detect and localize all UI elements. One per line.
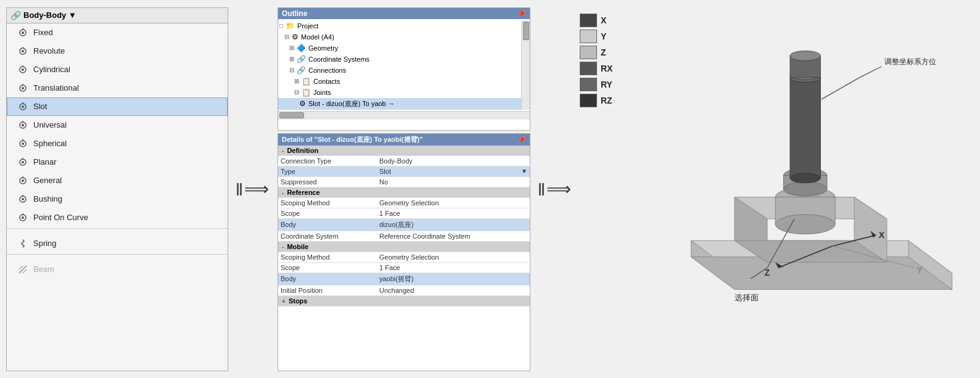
- joint-label: Fixed: [33, 28, 53, 37]
- joint-label: Spherical: [33, 139, 67, 148]
- details-body: - DefinitionConnection TypeBody-BodyType…: [278, 146, 530, 306]
- outline-scrollbar[interactable]: [521, 20, 530, 110]
- detail-value: 1 Face: [377, 262, 530, 273]
- tree-item-label: Connections: [308, 67, 346, 74]
- joint-item-spherical[interactable]: Spherical: [7, 134, 228, 153]
- expand-icon[interactable]: ⊟: [294, 89, 299, 96]
- joint-item-fixed[interactable]: Fixed: [7, 23, 228, 42]
- arrow2-container: ⟹: [537, 179, 574, 199]
- detail-label: Body: [278, 218, 377, 231]
- joint-label: Point On Curve: [33, 213, 88, 222]
- details-row: Scoping MethodGeometry Selection: [278, 252, 530, 262]
- joint-item-slot[interactable]: Slot: [7, 97, 228, 116]
- legend-item-rz: RZ: [580, 94, 641, 107]
- body-body-icon: 🔗: [10, 10, 21, 20]
- section-header-reference[interactable]: - Reference: [278, 187, 530, 197]
- joint-item-general[interactable]: General: [7, 171, 228, 190]
- details-row: Coordinate SystemReference Coordinate Sy…: [278, 231, 530, 241]
- detail-value: Unchanged: [377, 285, 530, 295]
- joint-item-planar[interactable]: Planar: [7, 153, 228, 171]
- legend-color-box: [580, 78, 597, 91]
- scroll-thumb[interactable]: [523, 22, 529, 40]
- expand-icon[interactable]: ⊟: [284, 33, 289, 40]
- legend-item-z: Z: [580, 46, 641, 59]
- dropdown-value: Slot: [379, 168, 391, 175]
- tree-item-label: Joints: [313, 89, 331, 96]
- detail-label: Scoping Method: [278, 197, 377, 208]
- right-panel: XYZRXRYRZ: [580, 7, 974, 371]
- collapse-icon[interactable]: -: [282, 189, 284, 196]
- outline-label: Outline: [282, 9, 307, 18]
- select-text: 选择面: [735, 293, 759, 302]
- tree-item-icon: 📋: [302, 77, 311, 86]
- svg-point-55: [790, 51, 820, 60]
- expand-icon[interactable]: ⊞: [289, 55, 294, 62]
- panel-title: Body-Body ▼: [23, 10, 76, 20]
- horiz-scroll-thumb[interactable]: [279, 112, 304, 118]
- expand-icon[interactable]: ⊞: [289, 44, 294, 51]
- outline-panel: Outline 📌 □📁Project⊟⚙Model (A4)⊞🔷Geometr…: [278, 7, 530, 131]
- section-header-definition[interactable]: - Definition: [278, 146, 530, 156]
- section-header-stops[interactable]: + Stops: [278, 295, 530, 306]
- joint-label: Slot: [33, 102, 47, 111]
- detail-label: Initial Position: [278, 285, 377, 295]
- detail-value[interactable]: Slot▼: [377, 166, 530, 176]
- outline-item-1[interactable]: ⊟⚙Model (A4): [278, 31, 521, 43]
- outline-item-0[interactable]: □📁Project: [278, 20, 521, 31]
- collapse-icon[interactable]: -: [282, 244, 284, 250]
- detail-value: dizuo(底座): [377, 218, 530, 231]
- outline-item-4[interactable]: ⊟🔗Connections: [278, 65, 521, 76]
- section-header-mobile[interactable]: - Mobile: [278, 241, 530, 252]
- outline-bottom-scroll[interactable]: [278, 111, 530, 120]
- arrow-symbol-1: ⟹: [244, 179, 269, 199]
- details-row: Scoping MethodGeometry Selection: [278, 197, 530, 208]
- joint-item-universal[interactable]: Universal: [7, 116, 228, 134]
- tree-item-label: Geometry: [308, 44, 338, 52]
- expand-icon[interactable]: ⊟: [289, 67, 294, 73]
- joint-item-revolute[interactable]: Revolute: [7, 42, 228, 60]
- details-row: Bodydizuo(底座): [278, 218, 530, 231]
- expand-icon[interactable]: +: [282, 298, 286, 305]
- detail-value: Geometry Selection: [377, 252, 530, 262]
- details-title: Details of "Slot - dizuo(底座) To yaobi(摇臂…: [278, 134, 530, 146]
- joint-item-bushing[interactable]: Bushing: [7, 190, 228, 208]
- dropdown-arrow-icon[interactable]: ▼: [521, 168, 527, 175]
- joint-label: Planar: [33, 157, 57, 166]
- detail-label: Scope: [278, 208, 377, 218]
- expand-icon[interactable]: □: [279, 22, 283, 29]
- detail-label: Scoping Method: [278, 252, 377, 262]
- legend-item-x: X: [580, 14, 641, 27]
- details-row: Scope1 Face: [278, 262, 530, 273]
- joint-item-beam[interactable]: Beam: [7, 260, 228, 279]
- joint-item-point-on-curve[interactable]: Point On Curve: [7, 208, 228, 227]
- joint-icon-beam: [17, 264, 28, 275]
- outline-item-3[interactable]: ⊞🔗Coordinate Systems: [278, 54, 521, 65]
- svg-line-35: [23, 269, 27, 273]
- outline-item-6[interactable]: ⊟📋Joints: [278, 87, 521, 98]
- joint-item-spring[interactable]: Spring: [7, 234, 228, 253]
- outline-title: Outline 📌: [278, 8, 530, 19]
- outline-item-2[interactable]: ⊞🔷Geometry: [278, 43, 521, 54]
- joint-label: Revolute: [33, 46, 65, 55]
- tree-item-label: Coordinate Systems: [308, 55, 369, 63]
- joint-item-translational[interactable]: Translational: [7, 79, 228, 97]
- detail-value: No: [377, 176, 530, 187]
- outline-item-5[interactable]: ⊞📋Contacts: [278, 76, 521, 87]
- details-row: Connection TypeBody-Body: [278, 155, 530, 166]
- joint-label: Universal: [33, 120, 67, 129]
- adjust-text: 调整坐标系方位: [884, 57, 936, 65]
- dropdown-cell[interactable]: Slot▼: [379, 168, 527, 175]
- joint-item-cylindrical[interactable]: Cylindrical: [7, 60, 228, 79]
- details-row: Initial PositionUnchanged: [278, 285, 530, 295]
- legend-label-text: RZ: [601, 96, 612, 105]
- legend-color-box: [580, 46, 597, 59]
- collapse-icon[interactable]: -: [282, 147, 284, 154]
- detail-value: Body-Body: [377, 155, 530, 166]
- outline-item-7[interactable]: ⚙Slot - dizuo(底座) To yaob →: [278, 98, 521, 110]
- svg-point-19: [22, 142, 24, 145]
- panel-header: 🔗 Body-Body ▼: [7, 8, 228, 23]
- detail-value: Geometry Selection: [377, 197, 530, 208]
- legend-item-rx: RX: [580, 62, 641, 75]
- outline-pin: 📌: [517, 9, 526, 18]
- expand-icon[interactable]: ⊞: [294, 78, 299, 84]
